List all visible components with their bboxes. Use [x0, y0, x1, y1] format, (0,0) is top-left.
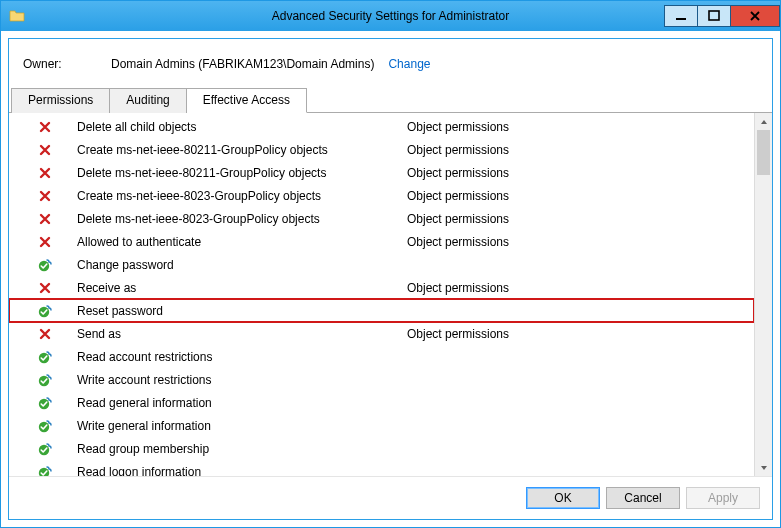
- tab-auditing[interactable]: Auditing: [110, 88, 186, 113]
- permission-row[interactable]: Send asObject permissions: [9, 322, 754, 345]
- permission-name: Read account restrictions: [75, 350, 407, 364]
- scroll-up-arrow[interactable]: [755, 113, 772, 130]
- maximize-button[interactable]: [698, 5, 731, 27]
- change-owner-link[interactable]: Change: [388, 57, 430, 71]
- permission-name: Change password: [75, 258, 407, 272]
- permission-row[interactable]: Write general information: [9, 414, 754, 437]
- apply-button[interactable]: Apply: [686, 487, 760, 509]
- permission-name: Write general information: [75, 419, 407, 433]
- permission-name: Create ms-net-ieee-80211-GroupPolicy obj…: [75, 143, 407, 157]
- permission-row[interactable]: Delete ms-net-ieee-8023-GroupPolicy obje…: [9, 207, 754, 230]
- owner-row: Owner: Domain Admins (FABRIKAM123\Domain…: [9, 39, 772, 87]
- permission-name: Create ms-net-ieee-8023-GroupPolicy obje…: [75, 189, 407, 203]
- svg-rect-0: [676, 18, 686, 20]
- tab-permissions[interactable]: Permissions: [11, 88, 110, 113]
- permission-row[interactable]: Read account restrictions: [9, 345, 754, 368]
- access-limited-by: Object permissions: [407, 235, 754, 249]
- permission-row[interactable]: Write account restrictions: [9, 368, 754, 391]
- allow-icon: [15, 441, 75, 457]
- permission-name: Send as: [75, 327, 407, 341]
- deny-icon: [15, 327, 75, 341]
- permission-name: Read logon information: [75, 465, 407, 477]
- scroll-track[interactable]: [755, 130, 772, 459]
- vertical-scrollbar[interactable]: [754, 113, 772, 476]
- permission-row[interactable]: Delete ms-net-ieee-80211-GroupPolicy obj…: [9, 161, 754, 184]
- owner-value: Domain Admins (FABRIKAM123\Domain Admins…: [111, 57, 374, 71]
- deny-icon: [15, 235, 75, 249]
- deny-icon: [15, 281, 75, 295]
- permission-name: Receive as: [75, 281, 407, 295]
- tab-effective-access[interactable]: Effective Access: [187, 88, 307, 113]
- permission-row[interactable]: Create ms-net-ieee-80211-GroupPolicy obj…: [9, 138, 754, 161]
- access-limited-by: Object permissions: [407, 281, 754, 295]
- minimize-button[interactable]: [664, 5, 698, 27]
- permission-name: Write account restrictions: [75, 373, 407, 387]
- owner-label: Owner:: [23, 57, 111, 71]
- permission-row[interactable]: Read logon information: [9, 460, 754, 476]
- permission-name: Reset password: [75, 304, 407, 318]
- allow-icon: [15, 303, 75, 319]
- permission-row[interactable]: Delete all child objectsObject permissio…: [9, 115, 754, 138]
- scroll-thumb[interactable]: [757, 130, 770, 175]
- permission-name: Allowed to authenticate: [75, 235, 407, 249]
- allow-icon: [15, 395, 75, 411]
- svg-rect-1: [709, 11, 719, 20]
- permission-name: Read group membership: [75, 442, 407, 456]
- access-limited-by: Object permissions: [407, 120, 754, 134]
- dialog-button-row: OK Cancel Apply: [9, 476, 772, 519]
- deny-icon: [15, 189, 75, 203]
- permission-name: Delete ms-net-ieee-8023-GroupPolicy obje…: [75, 212, 407, 226]
- allow-icon: [15, 464, 75, 477]
- permission-row[interactable]: Reset password: [9, 299, 754, 322]
- ok-button[interactable]: OK: [526, 487, 600, 509]
- permission-row[interactable]: Change password: [9, 253, 754, 276]
- close-button[interactable]: [731, 5, 780, 27]
- allow-icon: [15, 372, 75, 388]
- permission-row[interactable]: Receive asObject permissions: [9, 276, 754, 299]
- tab-strip: Permissions Auditing Effective Access: [9, 87, 772, 113]
- permission-row[interactable]: Read group membership: [9, 437, 754, 460]
- cancel-button[interactable]: Cancel: [606, 487, 680, 509]
- permission-row[interactable]: Read general information: [9, 391, 754, 414]
- allow-icon: [15, 349, 75, 365]
- effective-access-list: Delete all child objectsObject permissio…: [9, 113, 754, 476]
- deny-icon: [15, 143, 75, 157]
- folder-icon: [9, 8, 25, 24]
- deny-icon: [15, 166, 75, 180]
- scroll-down-arrow[interactable]: [755, 459, 772, 476]
- permission-name: Delete ms-net-ieee-80211-GroupPolicy obj…: [75, 166, 407, 180]
- permission-row[interactable]: Allowed to authenticateObject permission…: [9, 230, 754, 253]
- permission-name: Delete all child objects: [75, 120, 407, 134]
- access-limited-by: Object permissions: [407, 166, 754, 180]
- permission-name: Read general information: [75, 396, 407, 410]
- deny-icon: [15, 120, 75, 134]
- permission-row[interactable]: Create ms-net-ieee-8023-GroupPolicy obje…: [9, 184, 754, 207]
- allow-icon: [15, 257, 75, 273]
- title-bar: Advanced Security Settings for Administr…: [1, 1, 780, 31]
- access-limited-by: Object permissions: [407, 212, 754, 226]
- access-limited-by: Object permissions: [407, 143, 754, 157]
- deny-icon: [15, 212, 75, 226]
- access-limited-by: Object permissions: [407, 327, 754, 341]
- allow-icon: [15, 418, 75, 434]
- access-limited-by: Object permissions: [407, 189, 754, 203]
